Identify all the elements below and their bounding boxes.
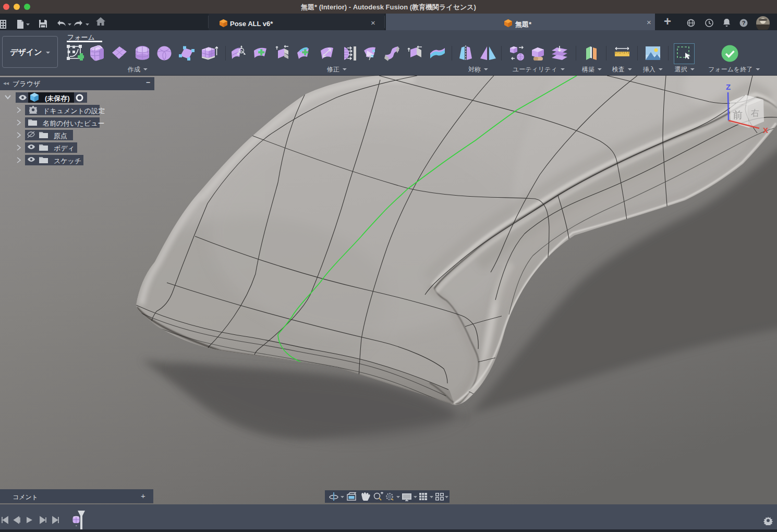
svg-text:前: 前 — [733, 110, 743, 120]
svg-text:右: 右 — [751, 108, 759, 117]
svg-text:?: ? — [742, 20, 746, 26]
svg-text:X: X — [763, 126, 768, 135]
svg-text:Z: Z — [726, 82, 731, 91]
